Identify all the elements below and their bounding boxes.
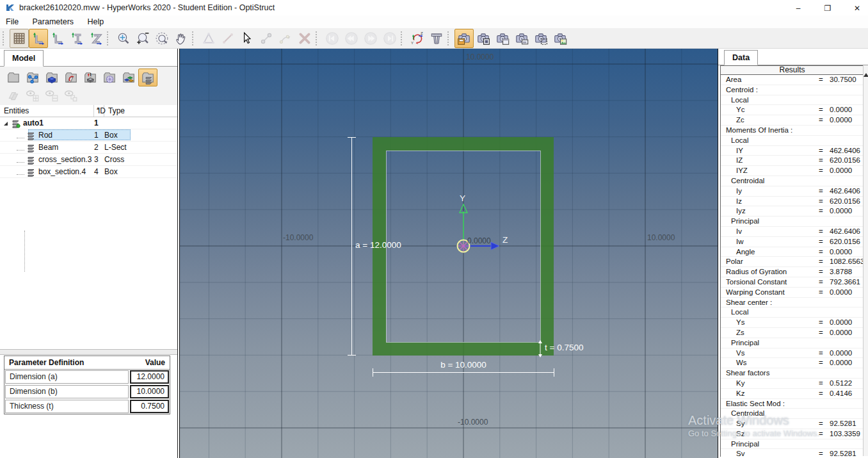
beamsection-icon [26, 130, 36, 140]
col-type[interactable]: Type [104, 105, 177, 117]
results-row: Iy=462.6406 [721, 186, 864, 197]
equals-sign: = [819, 267, 823, 277]
tab-model[interactable]: Model [4, 50, 44, 67]
result-value: 1082.6563 [830, 257, 864, 266]
tab-data[interactable]: Data [724, 50, 758, 65]
capture-toolbar-icon[interactable] [512, 29, 531, 48]
i-section-icon[interactable] [67, 29, 86, 48]
z-section-icon[interactable] [86, 29, 106, 48]
entities-header[interactable]: Entities ▴ID Type [0, 105, 177, 117]
result-value: 92.5281 [830, 449, 856, 458]
select-cursor-icon[interactable] [237, 29, 257, 48]
parameter-table: Parameter Definition Value Dimension (a)… [4, 356, 170, 414]
result-value: 0.0000 [830, 288, 852, 297]
beamsection-icon [26, 167, 36, 177]
hyperworks-logo-icon [5, 3, 15, 13]
toolbar-group: YZ [408, 29, 446, 48]
menu-parameters[interactable]: Parameters [27, 15, 80, 28]
assembly-icon[interactable] [61, 69, 81, 86]
result-label: Iyz [736, 206, 746, 216]
equals-sign: = [819, 277, 823, 287]
tree-row-auto1[interactable]: auto11 [0, 117, 177, 129]
toolbar-group [10, 29, 106, 48]
window-title: bracket26102020.mvw - HyperWorks 2020 - … [19, 3, 275, 13]
line-tool-icon [218, 29, 237, 48]
grid-snap-icon[interactable] [10, 29, 29, 48]
panel-splitter[interactable] [0, 349, 177, 355]
col-id[interactable]: ▴ID [94, 105, 104, 117]
zoom-window-icon[interactable] [152, 29, 172, 48]
results-scrollbar[interactable] [863, 65, 868, 456]
toolbar-separator [192, 31, 197, 45]
tree-row-rod[interactable]: Rod1Box [0, 129, 177, 142]
result-label: Radius of Gyration [726, 267, 787, 277]
nav-last-icon [380, 29, 399, 48]
curve-tool-icon [276, 29, 295, 48]
menu-file[interactable]: File [0, 15, 24, 28]
scroll-up-icon[interactable] [864, 73, 868, 77]
minimize-button[interactable]: – [784, 0, 813, 17]
results-row: Iyz=0.0000 [721, 206, 864, 217]
close-button[interactable]: ✕ [842, 0, 868, 17]
tree-row-box-section-4[interactable]: box_section.44Box [0, 166, 177, 178]
result-label: Iz [736, 197, 742, 206]
data-panel: Data Results Area=30.7500Centroid :Local… [718, 49, 868, 458]
connectivity-icon[interactable] [23, 69, 42, 86]
result-label: Shear factors [726, 368, 769, 378]
restore-button[interactable]: ❐ [813, 0, 842, 17]
result-label: Centroidal [731, 176, 764, 186]
box-section-icon[interactable] [29, 29, 48, 48]
results-row: IZ=620.0156 [721, 156, 864, 166]
result-value: 3.8788 [830, 267, 852, 277]
zoom-fit-icon[interactable] [114, 29, 133, 48]
tree-row-cross-section-3[interactable]: cross_section.33Cross [0, 154, 177, 166]
entity-type: L-Sect [104, 143, 177, 152]
capture-window-icon[interactable] [493, 29, 512, 48]
sections-icon[interactable] [138, 69, 157, 86]
result-value: 0.4146 [830, 389, 852, 398]
beamsection-icon [26, 154, 36, 165]
capture-save-icon[interactable] [454, 29, 474, 48]
delete-icon [295, 29, 314, 48]
entities-tree: Entities ▴ID Type auto11Rod1BoxBeam2L-Se… [0, 105, 177, 349]
results-row: Ws=0.0000 [721, 358, 864, 368]
capture-dashed-icon[interactable] [531, 29, 551, 48]
capture-image-icon[interactable] [551, 29, 570, 48]
result-value: 0.0000 [830, 348, 852, 358]
result-label: Centroid : [726, 85, 758, 95]
entity-id: 1 [94, 119, 104, 127]
results-row: Sz=103.3359 [721, 429, 864, 439]
results-row: Radius of Gyration=3.8788 [721, 267, 864, 277]
recenter-axes-icon[interactable]: YZ [408, 29, 427, 48]
toolbar-separator [3, 31, 7, 45]
param-value-input[interactable]: 12.0000 [130, 370, 169, 384]
col-entities[interactable]: Entities [0, 105, 94, 117]
equals-sign: = [819, 206, 823, 216]
beamsection-root-icon [10, 118, 20, 128]
measure-caliper-icon[interactable] [427, 29, 446, 48]
menu-help[interactable]: Help [81, 15, 109, 28]
param-label: Dimension (b) [5, 385, 129, 398]
param-value-input[interactable]: 10.0000 [130, 385, 169, 398]
result-value: 0.0000 [830, 358, 852, 368]
l-section-icon[interactable] [48, 29, 67, 48]
thickness-icon[interactable]: t [81, 69, 100, 86]
result-label: Principal [731, 217, 759, 226]
equals-sign: = [819, 318, 823, 327]
results-row: Area=30.7500 [721, 75, 864, 85]
model-toolbar-row [4, 86, 81, 104]
equals-sign: = [819, 156, 823, 165]
mesh-icon[interactable] [100, 69, 119, 86]
expand-arrow-icon[interactable] [3, 120, 9, 126]
pan-hand-icon[interactable] [172, 29, 191, 48]
folder-icon[interactable] [4, 69, 23, 86]
section-viewport[interactable]: a = 12.0000 b = 10.0000 t = 0.7500 Y Z 0… [179, 49, 718, 458]
zoom-in-out-icon[interactable] [133, 29, 152, 48]
param-value-input[interactable]: 0.7500 [130, 400, 169, 413]
components-icon[interactable] [119, 69, 138, 86]
results-row: Elastic Sect Mod : [721, 399, 864, 409]
tree-row-beam[interactable]: Beam2L-Sect [0, 142, 177, 154]
solid-icon[interactable] [42, 69, 61, 86]
result-label: Local [731, 95, 749, 105]
capture-region-icon[interactable] [474, 29, 493, 48]
